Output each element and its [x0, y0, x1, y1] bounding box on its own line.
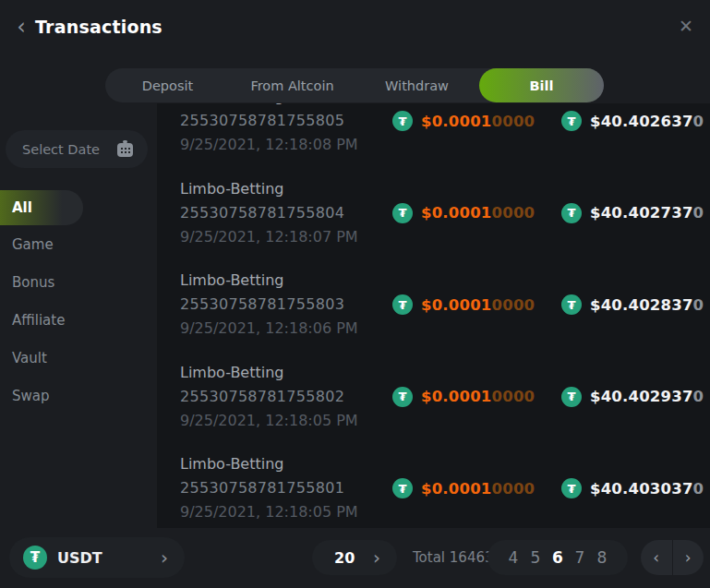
- footer-bar: ₮ USDT › 20 › Total 16463 4 5 6 7 8 ‹ ›: [0, 528, 710, 588]
- sidebar-item-all[interactable]: All: [0, 190, 83, 225]
- tab-from-altcoin[interactable]: From Altcoin: [230, 68, 355, 102]
- tether-icon: ₮: [392, 478, 413, 498]
- sidebar-item-affiliate[interactable]: Affiliate: [0, 301, 157, 339]
- transactions-modal: ‹ Transactions ✕ Deposit From Altcoin Wi…: [0, 0, 710, 588]
- page-number-5[interactable]: 5: [524, 548, 547, 567]
- transaction-datetime: 9/25/2021, 12:18:06 PM: [180, 317, 710, 341]
- currency-label: USDT: [57, 549, 102, 567]
- amount-cell: ₮ $0.00010000: [392, 201, 535, 225]
- sidebar-item-bonus[interactable]: Bonus: [0, 263, 157, 301]
- transaction-row: Limbo-Betting 25530758781755805 9/25/202…: [180, 103, 710, 157]
- transaction-datetime: 9/25/2021, 12:18:08 PM: [180, 133, 710, 157]
- balance-trailing-zeros: 0: [693, 388, 704, 405]
- tether-icon: ₮: [392, 387, 413, 407]
- balance-value: $40.402637: [590, 113, 693, 130]
- next-page-button[interactable]: ›: [673, 540, 704, 575]
- amount-value: $0.0001: [421, 388, 492, 405]
- balance-cell: ₮ $40.4029370: [561, 385, 704, 409]
- balance-cell: ₮ $40.4030370: [561, 476, 704, 500]
- balance-trailing-zeros: 0: [693, 480, 704, 498]
- balance-value: $40.402837: [590, 296, 693, 314]
- tether-icon: ₮: [561, 387, 582, 407]
- total-count-label: Total 16463: [413, 540, 494, 575]
- balance-value: $40.402937: [590, 388, 693, 405]
- balance-trailing-zeros: 0: [693, 113, 704, 130]
- transaction-list: Limbo-Betting 25530758781755805 9/25/202…: [157, 103, 710, 528]
- amount-value: $0.0001: [421, 296, 492, 314]
- game-title: Limbo-Betting: [180, 269, 710, 293]
- tab-bill[interactable]: Bill: [479, 68, 604, 102]
- balance-trailing-zeros: 0: [693, 296, 704, 314]
- page-title: Transactions: [35, 17, 162, 37]
- page-number-8[interactable]: 8: [591, 548, 613, 567]
- balance-value: $40.403037: [590, 480, 693, 498]
- chevron-right-icon: ›: [373, 548, 380, 567]
- sidebar-item-vault[interactable]: Vault: [0, 339, 157, 377]
- calendar-icon: [117, 143, 133, 157]
- amount-trailing-zeros: 0000: [492, 388, 536, 405]
- sidebar-item-swap[interactable]: Swap: [0, 377, 157, 414]
- page-size-value: 20: [334, 549, 355, 567]
- sidebar-item-game[interactable]: Game: [0, 225, 157, 263]
- transaction-row: Limbo-Betting 25530758781755801 9/25/202…: [180, 452, 710, 524]
- transaction-row: Limbo-Betting 25530758781755802 9/25/202…: [180, 361, 710, 433]
- amount-cell: ₮ $0.00010000: [392, 293, 535, 317]
- chevron-right-icon: ›: [161, 548, 168, 567]
- page-number-6-active[interactable]: 6: [547, 548, 569, 567]
- amount-trailing-zeros: 0000: [492, 113, 536, 130]
- tether-icon: ₮: [561, 203, 582, 223]
- tether-icon: ₮: [392, 203, 413, 223]
- pagination: 4 5 6 7 8: [487, 540, 628, 575]
- amount-cell: ₮ $0.00010000: [392, 385, 535, 409]
- balance-trailing-zeros: 0: [693, 204, 704, 222]
- transaction-datetime: 9/25/2021, 12:18:05 PM: [180, 409, 710, 433]
- balance-cell: ₮ $40.4027370: [561, 201, 704, 225]
- tab-deposit[interactable]: Deposit: [105, 68, 230, 102]
- tether-icon: ₮: [392, 294, 413, 315]
- tether-icon: ₮: [561, 111, 582, 131]
- transaction-datetime: 9/25/2021, 12:18:07 PM: [180, 225, 710, 249]
- page-number-7[interactable]: 7: [569, 548, 591, 567]
- select-date-input[interactable]: Select Date: [6, 130, 148, 168]
- back-button[interactable]: ‹: [12, 14, 30, 40]
- balance-cell: ₮ $40.4026370: [561, 109, 704, 133]
- page-number-4[interactable]: 4: [502, 548, 524, 567]
- transaction-datetime: 9/25/2021, 12:18:05 PM: [180, 500, 710, 524]
- transaction-row: Limbo-Betting 25530758781755803 9/25/202…: [180, 269, 710, 341]
- currency-selector[interactable]: ₮ USDT ›: [9, 537, 185, 578]
- page-size-selector[interactable]: 20 ›: [312, 540, 397, 575]
- balance-cell: ₮ $40.4028370: [561, 293, 704, 317]
- amount-value: $0.0001: [421, 480, 492, 498]
- game-title: Limbo-Betting: [180, 177, 710, 201]
- game-title: Limbo-Betting: [180, 361, 710, 385]
- transaction-row: Limbo-Betting 25530758781755804 9/25/202…: [180, 177, 710, 249]
- amount-trailing-zeros: 0000: [492, 480, 536, 498]
- filter-sidebar: Select Date All Game Bonus Affiliate Vau…: [0, 103, 157, 528]
- select-date-placeholder: Select Date: [22, 142, 100, 157]
- amount-trailing-zeros: 0000: [492, 296, 536, 314]
- transaction-type-tabs: Deposit From Altcoin Withdraw Bill: [105, 68, 604, 102]
- tab-withdraw[interactable]: Withdraw: [355, 68, 479, 102]
- tether-icon: ₮: [561, 478, 582, 498]
- amount-value: $0.0001: [421, 204, 492, 222]
- amount-trailing-zeros: 0000: [492, 204, 536, 222]
- tether-icon: ₮: [392, 111, 413, 131]
- filter-list: Game Bonus Affiliate Vault Swap: [0, 225, 157, 414]
- balance-value: $40.402737: [590, 204, 693, 222]
- pagination-nav: ‹ ›: [641, 540, 704, 575]
- tether-icon: ₮: [561, 294, 582, 315]
- prev-page-button[interactable]: ‹: [641, 540, 673, 575]
- tether-icon: ₮: [23, 546, 47, 570]
- game-title: Limbo-Betting: [180, 452, 710, 476]
- amount-value: $0.0001: [421, 113, 492, 130]
- close-icon[interactable]: ✕: [676, 16, 696, 36]
- amount-cell: ₮ $0.00010000: [392, 109, 535, 133]
- amount-cell: ₮ $0.00010000: [392, 476, 535, 500]
